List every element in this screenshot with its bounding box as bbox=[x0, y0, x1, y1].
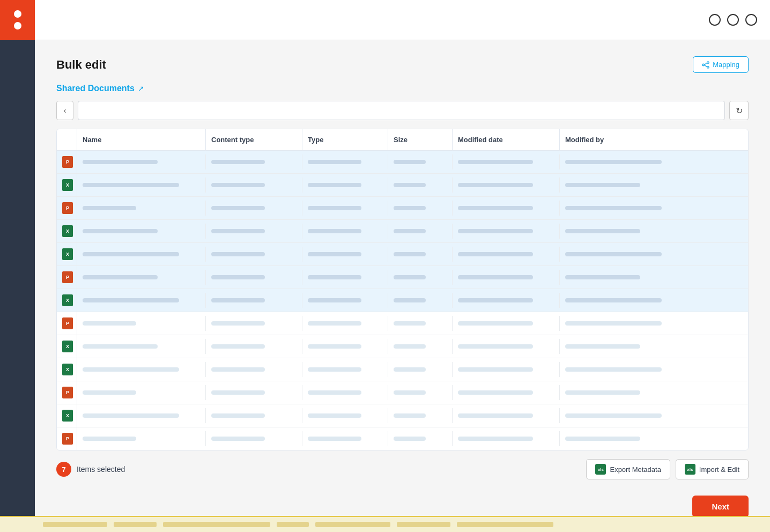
row-name bbox=[77, 339, 206, 354]
main-content: Bulk edit Mapping Shared Documents ↗ ‹ ↻ bbox=[35, 40, 770, 532]
table-row[interactable]: P bbox=[57, 312, 748, 335]
row-modified-date bbox=[453, 270, 560, 285]
row-icon-cell: X bbox=[57, 220, 77, 242]
table-row[interactable]: P bbox=[57, 151, 748, 174]
row-name bbox=[77, 293, 206, 308]
row-icon-cell: X bbox=[57, 404, 77, 427]
table-row[interactable]: X bbox=[57, 243, 748, 266]
svg-line-4 bbox=[705, 65, 707, 67]
ppt-icon: P bbox=[62, 387, 73, 398]
bottom-bar bbox=[0, 516, 770, 532]
page-title: Bulk edit bbox=[56, 58, 106, 72]
mapping-button[interactable]: Mapping bbox=[693, 56, 749, 73]
search-input[interactable] bbox=[78, 101, 725, 120]
refresh-button[interactable]: ↻ bbox=[729, 101, 749, 120]
row-content-type bbox=[206, 270, 302, 285]
row-content-type bbox=[206, 178, 302, 193]
row-content-type bbox=[206, 431, 302, 446]
layout: Bulk edit Mapping Shared Documents ↗ ‹ ↻ bbox=[0, 40, 770, 532]
row-name bbox=[77, 431, 206, 446]
bottom-bar-item bbox=[397, 522, 450, 527]
row-modified-by bbox=[560, 293, 667, 308]
section-title-text: Shared Documents bbox=[56, 84, 135, 93]
export-metadata-button[interactable]: xls Export Metadata bbox=[586, 459, 670, 479]
section-title-row: Shared Documents ↗ bbox=[56, 84, 749, 93]
svg-line-3 bbox=[705, 63, 707, 65]
col-size: Size bbox=[388, 129, 453, 150]
row-size bbox=[388, 178, 453, 193]
topbar-icon-2[interactable] bbox=[727, 14, 739, 26]
table-row[interactable]: X bbox=[57, 335, 748, 358]
row-icon-cell: X bbox=[57, 243, 77, 265]
row-size bbox=[388, 339, 453, 354]
table-row[interactable]: X bbox=[57, 174, 748, 197]
table-row[interactable]: P bbox=[57, 427, 748, 450]
bottom-bar-item bbox=[114, 522, 157, 527]
row-modified-by bbox=[560, 154, 667, 169]
row-icon-cell: P bbox=[57, 427, 77, 450]
footer-row: 7 Items selected xls Export Metadata xls… bbox=[56, 459, 749, 479]
row-type bbox=[302, 270, 388, 285]
bottom-bar-item bbox=[43, 522, 107, 527]
table-header: Name Content type Type Size Modified dat… bbox=[57, 129, 748, 151]
row-icon-cell: X bbox=[57, 335, 77, 358]
ppt-icon: P bbox=[62, 156, 73, 168]
col-modified-by: Modified by bbox=[560, 129, 667, 150]
topbar-icon-3[interactable] bbox=[745, 14, 757, 26]
table-row[interactable]: X bbox=[57, 358, 748, 381]
top-bar-icons bbox=[709, 14, 757, 26]
next-button[interactable]: Next bbox=[692, 496, 749, 518]
row-icon-cell: P bbox=[57, 151, 77, 173]
ppt-icon: P bbox=[62, 433, 73, 445]
row-size bbox=[388, 362, 453, 377]
svg-point-0 bbox=[702, 64, 705, 66]
xls-icon-row: X bbox=[62, 225, 73, 237]
export-label: Export Metadata bbox=[610, 466, 661, 474]
row-modified-date bbox=[453, 154, 560, 169]
mapping-icon bbox=[702, 61, 709, 69]
ppt-icon: P bbox=[62, 271, 73, 283]
row-modified-by bbox=[560, 385, 667, 400]
table-row[interactable]: X bbox=[57, 289, 748, 312]
row-type bbox=[302, 339, 388, 354]
import-edit-button[interactable]: xls Import & Edit bbox=[676, 459, 749, 479]
row-content-type bbox=[206, 293, 302, 308]
row-name bbox=[77, 316, 206, 331]
page-header: Bulk edit Mapping bbox=[56, 56, 749, 73]
table-row[interactable]: P bbox=[57, 197, 748, 220]
table-row[interactable]: P bbox=[57, 381, 748, 404]
col-content-type: Content type bbox=[206, 129, 302, 150]
row-modified-date bbox=[453, 362, 560, 377]
mapping-label: Mapping bbox=[713, 61, 739, 69]
xls-icon-row: X bbox=[62, 179, 73, 191]
row-modified-by bbox=[560, 270, 667, 285]
table-row[interactable]: X bbox=[57, 404, 748, 427]
items-selected-label: Items selected bbox=[77, 465, 125, 474]
topbar-icon-1[interactable] bbox=[709, 14, 721, 26]
table-row[interactable]: X bbox=[57, 220, 748, 243]
row-type bbox=[302, 178, 388, 193]
table-row[interactable]: P bbox=[57, 266, 748, 289]
row-name bbox=[77, 201, 206, 216]
row-size bbox=[388, 201, 453, 216]
row-modified-date bbox=[453, 201, 560, 216]
logo bbox=[0, 0, 35, 40]
row-modified-date bbox=[453, 339, 560, 354]
row-modified-date bbox=[453, 316, 560, 331]
row-modified-by bbox=[560, 178, 667, 193]
search-bar-row: ‹ ↻ bbox=[56, 101, 749, 120]
row-name bbox=[77, 408, 206, 423]
row-size bbox=[388, 154, 453, 169]
row-size bbox=[388, 293, 453, 308]
row-size bbox=[388, 270, 453, 285]
top-bar-left bbox=[0, 0, 35, 40]
row-modified-date bbox=[453, 293, 560, 308]
logo-dot-1 bbox=[14, 10, 21, 18]
back-button[interactable]: ‹ bbox=[56, 101, 73, 120]
external-link-icon: ↗ bbox=[138, 84, 144, 93]
row-icon-cell: X bbox=[57, 289, 77, 312]
row-content-type bbox=[206, 154, 302, 169]
row-modified-date bbox=[453, 385, 560, 400]
row-type bbox=[302, 154, 388, 169]
row-icon-cell: P bbox=[57, 266, 77, 289]
